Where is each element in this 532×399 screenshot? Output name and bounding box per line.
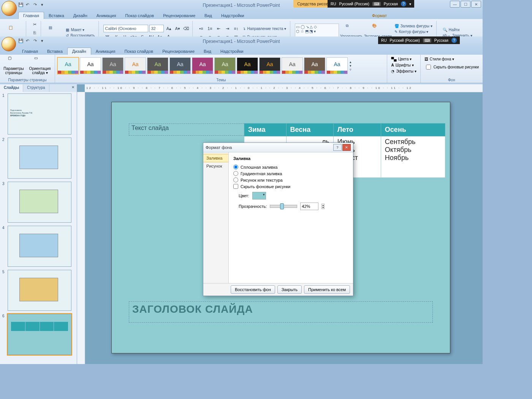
redo-icon[interactable]: ↷ xyxy=(33,2,40,8)
table-header[interactable]: Зима xyxy=(244,124,287,136)
table-header[interactable]: Лето xyxy=(333,124,381,136)
table-header[interactable]: Весна xyxy=(286,124,333,136)
inner-office-button[interactable] xyxy=(2,37,16,51)
themes-more-icon[interactable]: ▴▾▿ xyxy=(349,60,352,71)
page-setup-button[interactable]: ▢Параметры страницы xyxy=(2,56,25,75)
theme-swatch[interactable]: Aa xyxy=(326,57,348,74)
theme-swatch[interactable]: Aa xyxy=(102,57,124,74)
theme-colors-button[interactable]: ▀▄ Цвета ▾ xyxy=(390,57,418,62)
slide-thumbnail[interactable]: ПодготовилаВоспитатель Рыкова Т.М.ВРЕМЕН… xyxy=(8,93,71,135)
inner-tab-design[interactable]: Дизайн xyxy=(67,48,91,55)
theme-fonts-button[interactable]: A Шрифты ▾ xyxy=(390,63,418,68)
clear-format-icon[interactable]: ⌫ xyxy=(182,25,190,32)
dialog-nav-fill[interactable]: Заливка xyxy=(203,154,228,162)
shrink-font-icon[interactable]: A▾ xyxy=(174,25,181,32)
find-button[interactable]: 🔍 Найти xyxy=(441,27,474,32)
theme-effects-button[interactable]: ◔ Эффекты ▾ xyxy=(390,69,418,74)
office-button[interactable] xyxy=(2,1,17,16)
transparency-value[interactable]: 42% xyxy=(300,203,318,210)
tab-insert[interactable]: Вставка xyxy=(44,12,69,19)
line-spacing-icon[interactable]: ≡↕ xyxy=(232,25,240,32)
font-name-combo[interactable]: Calibri (Основно xyxy=(103,25,148,32)
save-icon[interactable]: 💾 xyxy=(18,38,24,44)
tab-slideshow[interactable]: Показ слайдов xyxy=(120,12,158,19)
copy-icon[interactable]: ⎘ xyxy=(31,29,38,36)
radio-picture-fill[interactable]: Рисунок или текстура xyxy=(233,177,348,182)
slide-thumbnail[interactable] xyxy=(8,270,71,311)
check-hide-bg[interactable]: Скрыть фоновые рисунки xyxy=(233,184,348,189)
shape-fill-button[interactable]: 🪣 Заливка фигуры ▾ xyxy=(393,24,434,28)
tab-view[interactable]: Вид xyxy=(200,12,217,19)
theme-swatch[interactable]: Aa xyxy=(282,57,303,74)
text-direction-button[interactable]: ↴ Направление текста ▾ xyxy=(241,26,288,31)
dialog-help-button[interactable]: ? xyxy=(333,144,342,151)
theme-swatch[interactable]: Aa xyxy=(80,57,101,74)
slide-canvas[interactable]: Текст слайда Зима Весна Лето Осень ль Ию… xyxy=(111,102,450,353)
color-picker-button[interactable] xyxy=(252,192,266,200)
slide-thumbnail[interactable] xyxy=(8,226,71,267)
inner-tab-home[interactable]: Главная xyxy=(17,48,43,55)
indent-inc-icon[interactable]: ⇥ xyxy=(223,25,231,32)
hide-bg-checkbox[interactable]: Скрыть фоновые рисунки xyxy=(423,63,480,71)
minimize-button[interactable]: — xyxy=(450,1,460,8)
undo-icon[interactable]: ↶ xyxy=(26,2,32,8)
theme-swatch[interactable]: Aa xyxy=(304,57,325,74)
spinner-buttons[interactable]: ▲▼ xyxy=(321,204,325,209)
dialog-nav-picture[interactable]: Рисунок xyxy=(203,162,228,170)
panel-close-icon[interactable]: ✕ xyxy=(69,84,77,92)
theme-swatch[interactable]: Aa xyxy=(169,57,191,74)
save-icon[interactable]: 💾 xyxy=(18,2,24,8)
indent-dec-icon[interactable]: ⇤ xyxy=(215,25,222,32)
help-icon[interactable]: ? xyxy=(451,38,457,43)
font-size-combo[interactable]: 32 xyxy=(149,25,164,32)
theme-swatch[interactable]: Aa xyxy=(259,57,280,74)
tab-format[interactable]: Формат xyxy=(367,12,391,19)
slides-tab[interactable]: Слайды xyxy=(0,84,23,92)
bg-styles-button[interactable]: 🖼 Стили фона ▾ xyxy=(423,57,480,62)
tab-review[interactable]: Рецензирование xyxy=(158,12,200,19)
slide-thumbnail[interactable] xyxy=(8,138,71,179)
theme-swatch[interactable]: Aa xyxy=(192,57,213,74)
transparency-slider[interactable] xyxy=(270,205,297,208)
orientation-button[interactable]: ▭Ориентация слайда ▾ xyxy=(27,56,52,75)
undo-icon[interactable]: ↶ xyxy=(26,38,32,44)
numbering-icon[interactable]: 1≡ xyxy=(206,25,214,32)
qat-dropdown-icon[interactable]: ▾ xyxy=(41,2,47,8)
redo-icon[interactable]: ↷ xyxy=(33,38,40,44)
theme-swatch[interactable]: Aa xyxy=(125,57,146,74)
help-icon[interactable]: ? xyxy=(401,1,406,6)
inner-tab-addins[interactable]: Надстройки xyxy=(216,48,248,55)
radio-gradient-fill[interactable]: Градиентная заливка xyxy=(233,171,348,176)
table-header[interactable]: Осень xyxy=(381,124,445,136)
dialog-titlebar[interactable]: Формат фона ? ✕ xyxy=(203,143,353,152)
inner-tab-animation[interactable]: Анимация xyxy=(91,48,120,55)
inner-tab-review[interactable]: Рецензирование xyxy=(158,48,199,55)
theme-swatch[interactable]: Aa xyxy=(57,57,79,74)
bullets-icon[interactable]: •≡ xyxy=(197,25,205,32)
slide-thumbnail[interactable] xyxy=(8,314,71,355)
inner-tab-slideshow[interactable]: Показ слайдов xyxy=(120,48,158,55)
apply-all-button[interactable]: Применить ко всем xyxy=(304,285,350,294)
slide-thumbnail[interactable] xyxy=(8,182,71,223)
theme-swatch[interactable]: Aa xyxy=(147,57,168,74)
tab-animation[interactable]: Анимация xyxy=(92,12,121,19)
theme-swatch[interactable]: Aa xyxy=(214,57,236,74)
layout-button[interactable]: ▦ Макет ▾ xyxy=(64,27,96,32)
langbar-dropdown-icon[interactable]: ▾ xyxy=(409,2,411,6)
radio-solid-fill[interactable]: Сплошная заливка xyxy=(233,165,348,169)
restore-bg-button[interactable]: Восстановить фон xyxy=(231,285,275,294)
title-placeholder[interactable]: Заголовок слайда xyxy=(129,301,433,323)
text-placeholder[interactable]: Текст слайда xyxy=(129,124,248,136)
grow-font-icon[interactable]: A▴ xyxy=(165,25,173,32)
tab-home[interactable]: Главная xyxy=(18,12,44,19)
tab-addins[interactable]: Надстройки xyxy=(217,12,249,19)
inner-language-bar[interactable]: RU Русский (Россия) ⌨ Русская ? xyxy=(378,36,460,44)
outline-tab[interactable]: Структура xyxy=(23,84,49,92)
close-dialog-button[interactable]: Закрыть xyxy=(277,285,302,294)
cut-icon[interactable]: ✂ xyxy=(31,21,38,28)
theme-swatch[interactable]: Aa xyxy=(237,57,258,74)
dialog-close-button[interactable]: ✕ xyxy=(342,144,351,151)
shape-outline-button[interactable]: ✎ Контур фигуры ▾ xyxy=(393,29,434,34)
tab-design[interactable]: Дизайн xyxy=(69,12,92,19)
language-bar[interactable]: RU Русский (Россия) ⌨ Русская ? ▾ xyxy=(328,0,414,8)
